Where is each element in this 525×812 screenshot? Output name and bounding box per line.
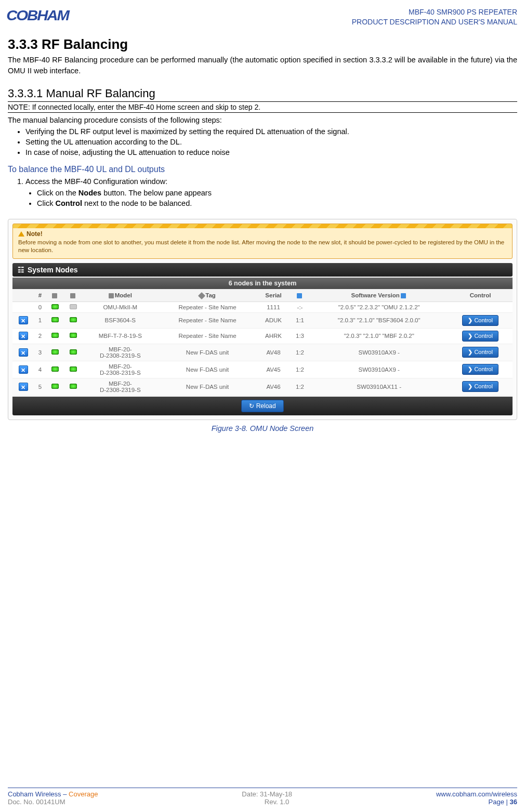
bold-text: Control [55, 199, 82, 207]
doc-title-line2: PRODUCT DESCRIPTION AND USER'S MANUAL [352, 17, 517, 27]
control-button[interactable]: Control [462, 331, 498, 342]
subsection-heading: 3.3.3.1 Manual RF Balancing [8, 87, 517, 102]
table-cell: AV46 [257, 378, 290, 395]
table-cell [64, 302, 83, 312]
text: button. The below pane appears [101, 189, 212, 197]
table-cell: New F-DAS unit [158, 378, 257, 395]
header-icon [109, 293, 114, 298]
header-icon [70, 293, 75, 298]
note-title-text: Note! [27, 230, 43, 238]
table-cell: ✕ [12, 378, 34, 395]
warning-icon [18, 231, 24, 237]
table-cell: ✕ [12, 344, 34, 361]
col-serial: Serial [257, 289, 290, 302]
reload-bar: ↻ Reload [12, 397, 513, 415]
table-cell: "2.0.3" "2.1.0" "BSF3604 2.0.0" [310, 312, 448, 328]
status-led [51, 333, 59, 338]
doc-title-block: MBF-40 SMR900 PS REPEATER PRODUCT DESCRI… [352, 7, 517, 27]
table-cell: SW03910AX9 - [310, 361, 448, 378]
footer-docno: Doc. No. 00141UM [8, 798, 65, 806]
status-led [70, 366, 77, 372]
table-cell: 2 [34, 328, 46, 344]
delete-button[interactable]: ✕ [19, 332, 28, 340]
table-cell [46, 302, 64, 312]
col-led2 [64, 289, 83, 302]
list-item: Click on the Nodes button. The below pan… [37, 188, 517, 198]
table-cell: 5 [34, 378, 46, 395]
status-led [51, 366, 59, 372]
col-led1 [46, 289, 64, 302]
col-hash: # [34, 289, 46, 302]
table-cell: Control [448, 328, 513, 344]
table-cell [64, 378, 83, 395]
info-icon [401, 293, 406, 298]
sub-bullet-list: Click on the Nodes button. The below pan… [37, 188, 517, 208]
delete-button[interactable]: ✕ [19, 316, 28, 324]
consists-text: The manual balancing procedure consists … [8, 116, 517, 124]
text: Click [37, 199, 55, 207]
table-cell: OMU-MkII-M [83, 302, 158, 312]
control-button[interactable]: Control [462, 347, 498, 358]
tag-icon [198, 292, 205, 299]
table-cell [46, 312, 64, 328]
col-delete [12, 289, 34, 302]
table-cell: 1 [34, 312, 46, 328]
table-row: ✕2MBF-T-7-8-19-SRepeater - Site NameAHRK… [12, 328, 513, 344]
table-row: ✕3MBF-20-D-2308-2319-SNew F-DAS unitAV48… [12, 344, 513, 361]
table-cell: Control [448, 361, 513, 378]
logo: COBHAM [6, 7, 69, 24]
table-cell: MBF-20-D-2308-2319-S [83, 378, 158, 395]
table-cell: AV45 [257, 361, 290, 378]
control-button[interactable]: Control [462, 381, 498, 392]
bold-text: Nodes [78, 189, 101, 197]
figure-screenshot: Note! Before moving a node from one slot… [8, 219, 517, 420]
table-cell [64, 328, 83, 344]
table-cell: Repeater - Site Name [158, 312, 257, 328]
table-cell: MBF-20-D-2308-2319-S [83, 344, 158, 361]
delete-button[interactable]: ✕ [19, 365, 28, 374]
table-cell: 1:2 [290, 344, 310, 361]
table-cell: MBF-T-7-8-19-S [83, 328, 158, 344]
warning-note-box: Note! Before moving a node from one slot… [12, 224, 513, 259]
delete-button[interactable]: ✕ [19, 383, 28, 391]
footer-page: Page | 36 [489, 798, 517, 806]
table-cell: MBF-20-D-2308-2319-S [83, 361, 158, 378]
page-header: COBHAM MBF-40 SMR900 PS REPEATER PRODUCT… [8, 5, 517, 27]
table-cell: ADUK [257, 312, 290, 328]
control-button[interactable]: Control [462, 364, 498, 375]
table-cell: Control [448, 378, 513, 395]
col-slot [290, 289, 310, 302]
reload-button[interactable]: ↻ Reload [241, 400, 283, 412]
section-heading: 3.3.3 RF Balancing [8, 36, 517, 53]
status-led [51, 349, 59, 355]
system-nodes-label: System Nodes [28, 266, 77, 274]
step-list: Access the MBF-40 Configuration window: … [25, 177, 517, 209]
col-tag: Tag [158, 289, 257, 302]
control-button[interactable]: Control [462, 315, 498, 326]
list-item: Access the MBF-40 Configuration window: … [25, 177, 517, 209]
status-led [51, 317, 59, 322]
list-item: Verifying the DL RF output level is maxi… [25, 126, 517, 137]
delete-button[interactable]: ✕ [19, 348, 28, 357]
nodes-count-bar: 6 nodes in the system [12, 278, 513, 289]
system-nodes-bar: ☷ System Nodes [12, 263, 513, 277]
doc-title-line1: MBF-40 SMR900 PS REPEATER [352, 7, 517, 17]
table-cell: -:- [290, 302, 310, 312]
table-row: ✕1BSF3604-SRepeater - Site NameADUK1:1"2… [12, 312, 513, 328]
table-cell: 3 [34, 344, 46, 361]
page-footer: Cobham Wireless – Coverage Date: 31-May-… [8, 788, 517, 806]
footer-company: Cobham Wireless – Coverage [8, 790, 98, 798]
table-cell: Repeater - Site Name [158, 328, 257, 344]
table-cell: "2.0.5" "2.2.3.2" "OMU 2.1.2.2" [310, 302, 448, 312]
list-item: Click Control next to the node to be bal… [37, 198, 517, 208]
table-cell [12, 302, 34, 312]
table-cell: New F-DAS unit [158, 361, 257, 378]
figure-caption: Figure 3-8. OMU Node Screen [8, 424, 517, 433]
header-icon [52, 293, 57, 298]
table-cell [64, 312, 83, 328]
table-cell: New F-DAS unit [158, 344, 257, 361]
table-cell: SW03910AX9 - [310, 344, 448, 361]
table-cell: "2.0.3" "2.1.0" "MBF 2.0.2" [310, 328, 448, 344]
table-cell: AHRK [257, 328, 290, 344]
table-cell: ✕ [12, 328, 34, 344]
